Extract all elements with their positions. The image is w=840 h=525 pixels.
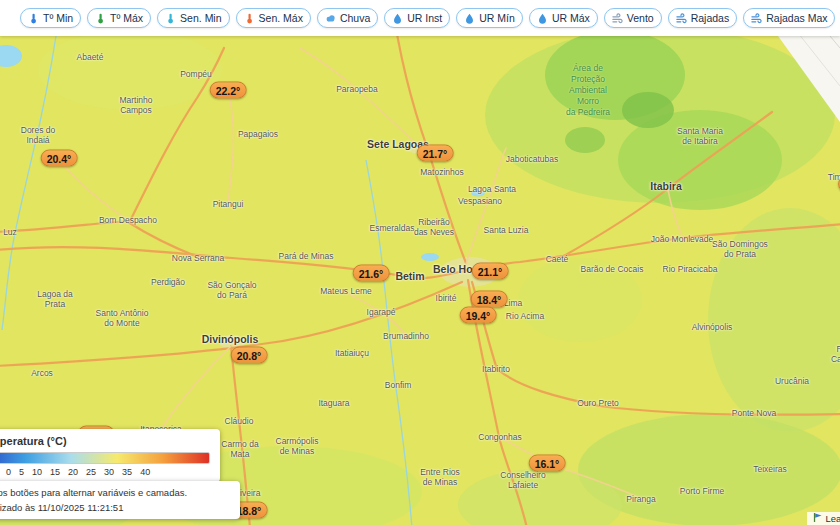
rain-cloud-icon [325,13,336,24]
temperature-gradient-bar [0,452,210,464]
toolbar-button-ur-max[interactable]: UR Máx [529,8,598,28]
map-attribution[interactable]: Leaflet [807,512,840,525]
temperature-marker[interactable]: 21.6° [353,265,390,282]
temperature-marker[interactable]: 16.1° [529,455,566,472]
attribution-label: Leaflet [825,513,840,524]
variable-toolbar: Tº MinTº MáxSen. MinSen. MáxChuvaUR Inst… [0,0,840,36]
legend-tick: 0 [6,467,11,477]
legend-tick: 20 [68,467,78,477]
toolbar-button-vento[interactable]: Vento [604,8,662,28]
toolbar-button-ur-min[interactable]: UR Mín [456,8,523,28]
humidity-max-icon [537,13,548,24]
temperature-marker[interactable]: 21.7° [417,145,454,162]
legend-tick: 30 [104,467,114,477]
toolbar-button-label: Sen. Min [180,12,221,24]
toolbar-button-sen-max[interactable]: Sen. Máx [236,8,311,28]
toolbar-button-label: UR Máx [552,12,590,24]
temperature-marker[interactable]: 22.2° [210,82,247,99]
humidity-min-icon [464,13,475,24]
thermometer-max-icon [95,13,106,24]
toolbar-button-label: UR Mín [479,12,515,24]
legend-tick: 40 [140,467,150,477]
legend-title: Temperatura (°C) [0,435,210,447]
gust-max-icon [751,13,762,24]
feels-min-icon [165,13,176,24]
gust-icon [676,13,687,24]
legend-ticks: 0510152025303540 [6,467,210,477]
temperature-marker[interactable]: 20.4° [41,150,78,167]
legend-hint: Use os botões para alternar variáveis e … [0,487,230,498]
feels-max-icon [244,13,255,24]
toolbar-button-rajadas[interactable]: Rajadas [668,8,738,28]
toolbar-button-rajadas-max[interactable]: Rajadas Max [743,8,835,28]
toolbar-button-t-max[interactable]: Tº Máx [87,8,151,28]
info-card: Use os botões para alternar variáveis e … [0,481,240,519]
toolbar-button-chuva[interactable]: Chuva [317,8,378,28]
leaflet-flag-icon [813,513,822,524]
protected-area-label: Área de Proteção Ambiental Morro da Pedr… [566,63,610,118]
toolbar-button-label: UR Inst [407,12,442,24]
toolbar-button-label: Vento [627,12,654,24]
updated-timestamp: Atualizado às 11/10/2025 11:21:51 [0,502,230,513]
temperature-marker[interactable]: 20.8° [231,347,268,364]
legend-tick: 25 [86,467,96,477]
toolbar-button-label: Sen. Máx [259,12,303,24]
temperature-marker[interactable]: 21.1° [472,263,509,280]
legend-tick: 10 [32,467,42,477]
legend-card: Temperatura (°C) 0510152025303540 [0,429,220,482]
toolbar-button-ur-inst[interactable]: UR Inst [384,8,450,28]
toolbar-button-t-min[interactable]: Tº Min [20,8,81,28]
temperature-marker[interactable]: 18.4° [471,291,508,308]
thermometer-min-icon [28,13,39,24]
toolbar-button-label: Chuva [340,12,370,24]
legend-tick: 35 [122,467,132,477]
legend-tick: 5 [19,467,24,477]
humidity-icon [392,13,403,24]
temperature-marker[interactable]: 19.4° [460,307,497,324]
toolbar-button-label: Rajadas Max [766,12,827,24]
legend-tick: 15 [50,467,60,477]
toolbar-button-sen-min[interactable]: Sen. Min [157,8,229,28]
toolbar-button-label: Rajadas [691,12,730,24]
toolbar-button-label: Tº Min [43,12,73,24]
toolbar-button-label: Tº Máx [110,12,143,24]
wind-icon [612,13,623,24]
